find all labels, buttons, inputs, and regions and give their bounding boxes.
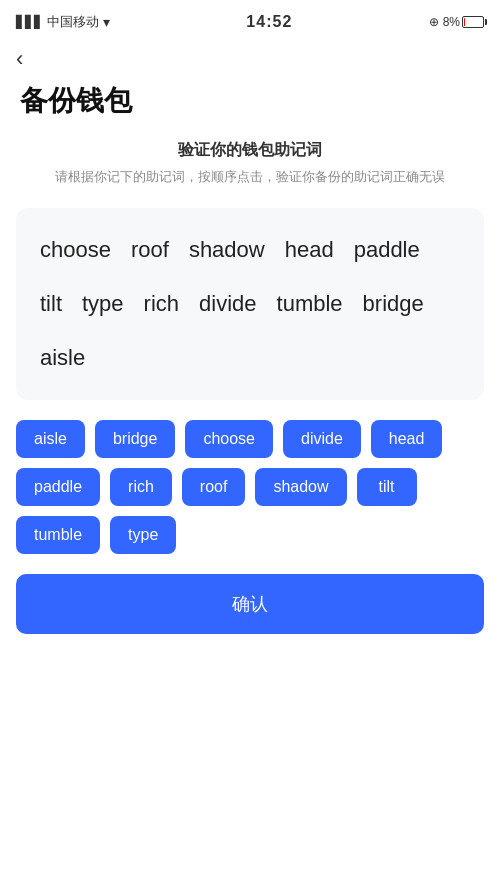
word-button[interactable]: paddle (16, 468, 100, 506)
word-button[interactable]: rich (110, 468, 172, 506)
confirm-button[interactable]: 确认 (16, 574, 484, 634)
page-title: 备份钱包 (0, 70, 500, 140)
word-button[interactable]: type (110, 516, 176, 554)
word-button[interactable]: tilt (357, 468, 417, 506)
selected-word-item: type (82, 282, 124, 326)
selected-word-item: choose (40, 228, 111, 272)
selected-word-item: divide (199, 282, 256, 326)
selected-word-item: aisle (40, 336, 85, 380)
battery-wrap: 8% (443, 15, 484, 29)
word-button[interactable]: shadow (255, 468, 346, 506)
confirm-button-wrap: 确认 (0, 574, 500, 664)
section-header: 验证你的钱包助记词 请根据你记下的助记词，按顺序点击，验证你备份的助记词正确无误 (0, 140, 500, 196)
word-buttons-area: aislebridgechoosedivideheadpaddlerichroo… (0, 420, 500, 554)
battery-fill (464, 18, 465, 26)
status-left: ▋▋▋ 中国移动 ▾ (16, 13, 110, 31)
status-bar: ▋▋▋ 中国移动 ▾ 14:52 ⊕ 8% (0, 0, 500, 40)
selected-word-item: shadow (189, 228, 265, 272)
word-button[interactable]: bridge (95, 420, 175, 458)
word-button[interactable]: divide (283, 420, 361, 458)
battery-percent: 8% (443, 15, 460, 29)
selected-word-item: paddle (354, 228, 420, 272)
selected-word-item: bridge (363, 282, 424, 326)
word-button[interactable]: head (371, 420, 443, 458)
word-display-box: chooseroofshadowheadpaddletilttyperichdi… (16, 208, 484, 400)
word-button[interactable]: aisle (16, 420, 85, 458)
section-title: 验证你的钱包助记词 (20, 140, 480, 161)
word-button[interactable]: tumble (16, 516, 100, 554)
word-button[interactable]: roof (182, 468, 246, 506)
wifi-icon: ▾ (103, 14, 110, 30)
signal-icon: ▋▋▋ (16, 15, 43, 29)
status-right: ⊕ 8% (429, 15, 484, 29)
battery-icon (462, 16, 484, 28)
signal-circle-icon: ⊕ (429, 15, 439, 29)
selected-word-item: rich (144, 282, 179, 326)
section-desc: 请根据你记下的助记词，按顺序点击，验证你备份的助记词正确无误 (20, 167, 480, 188)
selected-word-item: roof (131, 228, 169, 272)
carrier-label: 中国移动 (47, 13, 99, 31)
selected-word-item: head (285, 228, 334, 272)
back-button[interactable]: ‹ (0, 40, 500, 70)
word-button[interactable]: choose (185, 420, 273, 458)
time-label: 14:52 (246, 13, 292, 31)
back-chevron-icon: ‹ (16, 48, 23, 70)
word-display-grid: chooseroofshadowheadpaddletilttyperichdi… (40, 228, 460, 380)
selected-word-item: tilt (40, 282, 62, 326)
selected-word-item: tumble (277, 282, 343, 326)
